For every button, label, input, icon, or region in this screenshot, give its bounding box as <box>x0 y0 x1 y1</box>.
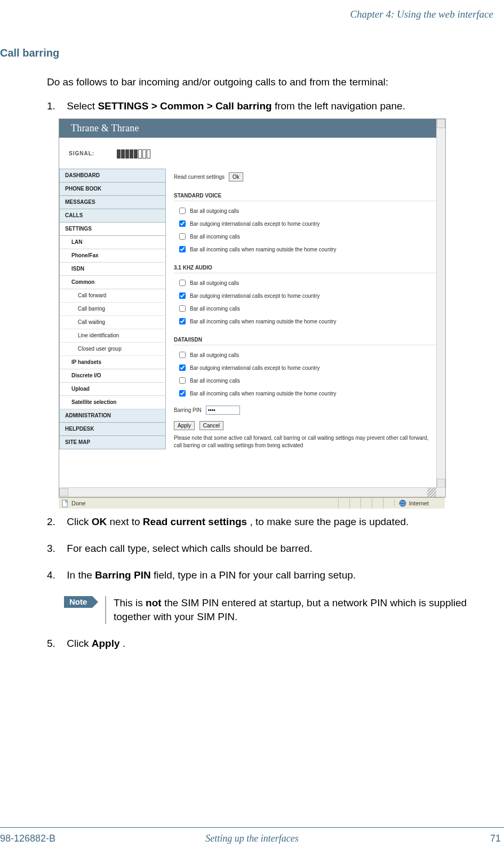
section-audio: 3.1 KHZ AUDIO <box>174 263 436 273</box>
signal-bar-icon <box>147 149 150 158</box>
signal-bar-icon <box>121 149 125 158</box>
globe-icon <box>399 500 406 507</box>
horizontal-scrollbar[interactable] <box>59 487 445 497</box>
di-bar-outgoing-label: Bar all outgoing calls <box>190 352 239 358</box>
barring-pin-label: Barring PIN <box>174 407 202 413</box>
apply-button[interactable]: Apply <box>174 421 195 430</box>
step-5: 5. Click Apply . <box>47 638 490 649</box>
step-1-pre: Select <box>67 100 98 112</box>
step-1-number: 1. <box>47 100 64 112</box>
cancel-button[interactable]: Cancel <box>199 421 223 430</box>
footer-section: Setting up the interfaces <box>0 833 504 844</box>
signal-bars <box>117 149 150 158</box>
nav-call-barring[interactable]: Call barring <box>59 303 166 316</box>
step-5-post: . <box>123 638 125 649</box>
signal-bar-icon <box>138 149 142 158</box>
nav-dashboard[interactable]: DASHBOARD <box>59 169 166 183</box>
step-5-apply: Apply <box>92 638 120 649</box>
sv-bar-outgoing[interactable] <box>179 208 186 214</box>
sv-bar-roaming[interactable] <box>179 246 186 252</box>
au-bar-incoming[interactable] <box>179 305 186 312</box>
di-bar-roaming-label: Bar all incoming calls when roaming outs… <box>190 391 337 397</box>
barring-pin-input[interactable] <box>206 406 240 415</box>
nav-line-identification[interactable]: Line identification <box>59 329 166 343</box>
left-nav: DASHBOARD PHONE BOOK MESSAGES CALLS SETT… <box>59 169 166 449</box>
nav-ip-handsets[interactable]: IP handsets <box>59 356 166 369</box>
step-2-number: 2. <box>47 516 64 528</box>
signal-bar-icon <box>142 149 146 158</box>
note-pre: This is <box>114 597 146 608</box>
au-bar-intl-label: Bar outgoing international calls except … <box>190 293 319 299</box>
signal-bar-icon <box>134 149 138 158</box>
nav-discrete-io[interactable]: Discrete I/O <box>59 369 166 383</box>
signal-label: SIGNAL: <box>69 150 94 156</box>
step-3-text: For each call type, select which calls s… <box>67 543 312 554</box>
nav-calls[interactable]: CALLS <box>59 209 166 223</box>
nav-upload[interactable]: Upload <box>59 383 166 396</box>
footer-docnum: 98-126882-B <box>0 833 55 844</box>
ok-button[interactable]: Ok <box>229 172 243 181</box>
nav-sitemap[interactable]: SITE MAP <box>59 436 166 449</box>
scroll-down-button[interactable] <box>437 479 445 488</box>
nav-settings[interactable]: SETTINGS <box>59 223 166 236</box>
di-bar-outgoing[interactable] <box>179 352 186 358</box>
section-standard-voice: STANDARD VOICE <box>174 191 436 201</box>
step-2-ok: OK <box>92 516 107 527</box>
nav-helpdesk[interactable]: HELPDESK <box>59 423 166 436</box>
svg-point-1 <box>399 500 406 506</box>
nav-phonefax[interactable]: Phone/Fax <box>59 249 166 263</box>
au-bar-outgoing[interactable] <box>179 280 186 286</box>
resize-grip-icon[interactable] <box>427 488 436 497</box>
step-1-post: from the left navigation pane. <box>275 100 405 112</box>
au-bar-roaming-label: Bar all incoming calls when roaming outs… <box>190 319 337 324</box>
vertical-scrollbar[interactable] <box>436 119 445 488</box>
step-4-field: Barring PIN <box>95 569 151 581</box>
page-icon <box>62 500 69 508</box>
status-zone: Internet <box>409 500 429 506</box>
page-footer: 98-126882-B Setting up the interfaces 71 <box>0 827 504 844</box>
status-done: Done <box>71 500 85 506</box>
note-bold: not <box>146 597 162 608</box>
screenshot: Thrane & Thrane SIGNAL: DASHBOARD PHONE … <box>59 118 445 503</box>
step-3-number: 3. <box>47 543 64 554</box>
nav-satellite-selection[interactable]: Satellite selection <box>59 396 166 409</box>
step-1-path: SETTINGS > Common > Call barring <box>98 100 271 112</box>
au-bar-intl[interactable] <box>179 292 186 299</box>
di-bar-incoming[interactable] <box>179 377 186 384</box>
sv-bar-incoming[interactable] <box>179 233 186 240</box>
nav-common[interactable]: Common <box>59 276 166 289</box>
intro-text: Do as follows to bar incoming and/or out… <box>47 75 490 90</box>
di-bar-intl[interactable] <box>179 364 186 371</box>
scroll-up-button[interactable] <box>437 119 445 128</box>
note-box: Note This is not the SIM PIN entered at … <box>64 596 490 624</box>
step-4-number: 4. <box>47 569 64 581</box>
nav-administration[interactable]: ADMINISTRATION <box>59 409 166 423</box>
sv-bar-roaming-label: Bar all incoming calls when roaming outs… <box>190 247 337 252</box>
sv-bar-outgoing-label: Bar all outgoing calls <box>190 208 239 214</box>
di-bar-intl-label: Bar outgoing international calls except … <box>190 365 319 371</box>
app-topbar: Thrane & Thrane <box>59 119 436 138</box>
au-bar-roaming[interactable] <box>179 318 186 324</box>
signal-bar-icon <box>117 149 121 158</box>
au-bar-outgoing-label: Bar all outgoing calls <box>190 280 239 286</box>
nav-lan[interactable]: LAN <box>59 236 166 249</box>
signal-bar-icon <box>130 149 133 158</box>
signal-bar-icon <box>125 149 129 158</box>
step-2: 2. Click OK next to Read current setting… <box>47 516 490 528</box>
nav-messages[interactable]: MESSAGES <box>59 196 166 209</box>
nav-closed-user-group[interactable]: Closed user group <box>59 343 166 356</box>
di-bar-incoming-label: Bar all incoming calls <box>190 378 240 384</box>
scroll-left-button[interactable] <box>59 488 68 496</box>
step-5-number: 5. <box>47 638 64 649</box>
nav-isdn[interactable]: ISDN <box>59 263 166 276</box>
nav-call-forward[interactable]: Call forward <box>59 289 166 303</box>
step-4-pre: In the <box>67 569 95 581</box>
sv-bar-intl[interactable] <box>179 220 186 227</box>
step-2-pre: Click <box>67 516 91 527</box>
di-bar-roaming[interactable] <box>179 390 186 397</box>
settings-pane: Read current settings Ok STANDARD VOICE … <box>174 170 436 480</box>
step-4: 4. In the Barring PIN field, type in a P… <box>47 569 490 581</box>
nav-call-waiting[interactable]: Call waiting <box>59 316 166 329</box>
step-5-pre: Click <box>67 638 91 649</box>
nav-phonebook[interactable]: PHONE BOOK <box>59 183 166 196</box>
